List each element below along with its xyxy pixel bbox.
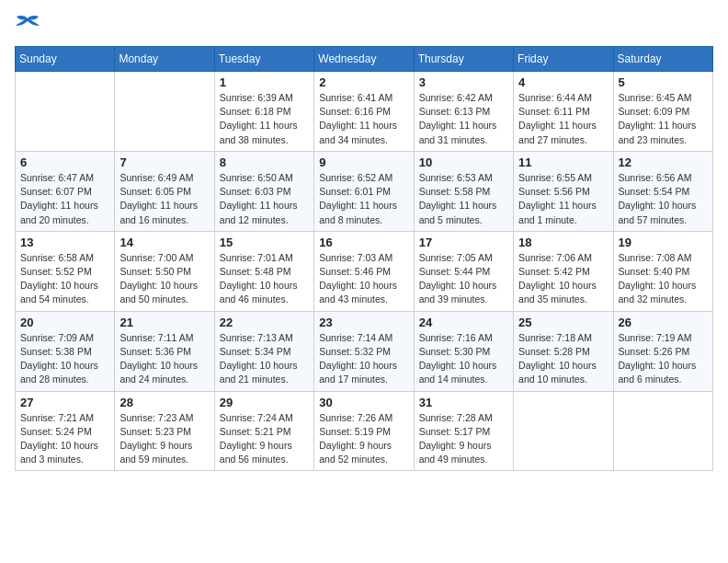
day-info: Sunrise: 7:19 AM Sunset: 5:26 PM Dayligh…: [619, 331, 708, 387]
day-info: Sunrise: 7:03 AM Sunset: 5:46 PM Dayligh…: [319, 251, 408, 307]
calendar-cell: 12Sunrise: 6:56 AM Sunset: 5:54 PM Dayli…: [613, 151, 712, 231]
calendar-cell: [613, 391, 712, 471]
calendar-cell: 22Sunrise: 7:13 AM Sunset: 5:34 PM Dayli…: [214, 311, 313, 391]
calendar-week-row: 27Sunrise: 7:21 AM Sunset: 5:24 PM Dayli…: [16, 391, 713, 471]
calendar-cell: 5Sunrise: 6:45 AM Sunset: 6:09 PM Daylig…: [613, 72, 712, 152]
day-info: Sunrise: 6:50 AM Sunset: 6:03 PM Dayligh…: [220, 171, 309, 227]
day-number: 14: [119, 236, 209, 249]
calendar-cell: [16, 72, 115, 152]
day-number: 8: [220, 155, 309, 169]
calendar-cell: 23Sunrise: 7:14 AM Sunset: 5:32 PM Dayli…: [314, 311, 414, 391]
calendar-cell: 15Sunrise: 7:01 AM Sunset: 5:48 PM Dayli…: [214, 231, 313, 311]
day-info: Sunrise: 7:13 AM Sunset: 5:34 PM Dayligh…: [220, 331, 309, 387]
calendar-cell: 24Sunrise: 7:16 AM Sunset: 5:30 PM Dayli…: [414, 311, 513, 391]
calendar-cell: [514, 391, 613, 471]
day-number: 30: [319, 396, 408, 409]
day-number: 31: [419, 396, 508, 409]
day-info: Sunrise: 7:23 AM Sunset: 5:23 PM Dayligh…: [119, 411, 209, 467]
calendar-cell: 16Sunrise: 7:03 AM Sunset: 5:46 PM Dayli…: [314, 231, 414, 311]
day-info: Sunrise: 6:42 AM Sunset: 6:13 PM Dayligh…: [419, 91, 508, 147]
day-number: 21: [119, 316, 209, 329]
calendar-cell: 9Sunrise: 6:52 AM Sunset: 6:01 PM Daylig…: [314, 151, 414, 231]
day-number: 29: [220, 396, 309, 409]
calendar-cell: 13Sunrise: 6:58 AM Sunset: 5:52 PM Dayli…: [16, 231, 115, 311]
day-info: Sunrise: 7:06 AM Sunset: 5:42 PM Dayligh…: [518, 251, 608, 307]
day-info: Sunrise: 7:01 AM Sunset: 5:48 PM Dayligh…: [220, 251, 309, 307]
day-number: 12: [619, 155, 708, 169]
day-number: 24: [419, 316, 508, 329]
day-number: 1: [220, 75, 309, 89]
calendar-day-header: Tuesday: [214, 47, 313, 72]
calendar-week-row: 20Sunrise: 7:09 AM Sunset: 5:38 PM Dayli…: [16, 311, 713, 391]
day-info: Sunrise: 7:21 AM Sunset: 5:24 PM Dayligh…: [20, 411, 109, 467]
logo: [15, 15, 44, 35]
calendar-cell: 3Sunrise: 6:42 AM Sunset: 6:13 PM Daylig…: [414, 72, 513, 152]
day-number: 7: [119, 155, 209, 169]
day-info: Sunrise: 7:28 AM Sunset: 5:17 PM Dayligh…: [419, 411, 508, 467]
calendar-week-row: 13Sunrise: 6:58 AM Sunset: 5:52 PM Dayli…: [16, 231, 713, 311]
day-number: 16: [319, 236, 408, 249]
day-info: Sunrise: 7:00 AM Sunset: 5:50 PM Dayligh…: [119, 251, 209, 307]
calendar-cell: 10Sunrise: 6:53 AM Sunset: 5:58 PM Dayli…: [414, 151, 513, 231]
day-info: Sunrise: 6:55 AM Sunset: 5:56 PM Dayligh…: [518, 171, 608, 227]
day-number: 28: [119, 396, 209, 409]
calendar-cell: 20Sunrise: 7:09 AM Sunset: 5:38 PM Dayli…: [16, 311, 115, 391]
day-info: Sunrise: 7:11 AM Sunset: 5:36 PM Dayligh…: [119, 331, 209, 387]
calendar-day-header: Thursday: [414, 47, 513, 72]
calendar-cell: 25Sunrise: 7:18 AM Sunset: 5:28 PM Dayli…: [514, 311, 613, 391]
calendar-cell: 29Sunrise: 7:24 AM Sunset: 5:21 PM Dayli…: [214, 391, 313, 471]
day-number: 20: [20, 316, 109, 329]
day-number: 6: [20, 155, 109, 169]
calendar-cell: 1Sunrise: 6:39 AM Sunset: 6:18 PM Daylig…: [214, 72, 313, 152]
calendar-cell: 2Sunrise: 6:41 AM Sunset: 6:16 PM Daylig…: [314, 72, 414, 152]
day-number: 18: [518, 236, 608, 249]
calendar-week-row: 6Sunrise: 6:47 AM Sunset: 6:07 PM Daylig…: [16, 151, 713, 231]
day-info: Sunrise: 7:24 AM Sunset: 5:21 PM Dayligh…: [220, 411, 309, 467]
calendar-cell: 30Sunrise: 7:26 AM Sunset: 5:19 PM Dayli…: [314, 391, 414, 471]
day-number: 19: [619, 236, 708, 249]
day-info: Sunrise: 6:49 AM Sunset: 6:05 PM Dayligh…: [119, 171, 209, 227]
calendar-cell: 14Sunrise: 7:00 AM Sunset: 5:50 PM Dayli…: [115, 231, 214, 311]
calendar-cell: 6Sunrise: 6:47 AM Sunset: 6:07 PM Daylig…: [16, 151, 115, 231]
calendar-cell: 19Sunrise: 7:08 AM Sunset: 5:40 PM Dayli…: [613, 231, 712, 311]
calendar-day-header: Wednesday: [314, 47, 414, 72]
day-info: Sunrise: 7:05 AM Sunset: 5:44 PM Dayligh…: [419, 251, 508, 307]
day-info: Sunrise: 7:14 AM Sunset: 5:32 PM Dayligh…: [319, 331, 408, 387]
logo-bird-icon: [15, 15, 40, 35]
day-number: 4: [518, 75, 608, 89]
day-info: Sunrise: 6:41 AM Sunset: 6:16 PM Dayligh…: [319, 91, 408, 147]
day-number: 26: [619, 316, 708, 329]
day-number: 2: [319, 75, 408, 89]
calendar-cell: 26Sunrise: 7:19 AM Sunset: 5:26 PM Dayli…: [613, 311, 712, 391]
day-info: Sunrise: 7:16 AM Sunset: 5:30 PM Dayligh…: [419, 331, 508, 387]
day-info: Sunrise: 7:09 AM Sunset: 5:38 PM Dayligh…: [20, 331, 109, 387]
day-number: 25: [518, 316, 608, 329]
day-info: Sunrise: 7:26 AM Sunset: 5:19 PM Dayligh…: [319, 411, 408, 467]
day-number: 9: [319, 155, 408, 169]
calendar-day-header: Friday: [514, 47, 613, 72]
day-info: Sunrise: 6:44 AM Sunset: 6:11 PM Dayligh…: [518, 91, 608, 147]
day-number: 27: [20, 396, 109, 409]
calendar-cell: 31Sunrise: 7:28 AM Sunset: 5:17 PM Dayli…: [414, 391, 513, 471]
calendar-cell: 18Sunrise: 7:06 AM Sunset: 5:42 PM Dayli…: [514, 231, 613, 311]
day-info: Sunrise: 6:56 AM Sunset: 5:54 PM Dayligh…: [619, 171, 708, 227]
day-info: Sunrise: 7:18 AM Sunset: 5:28 PM Dayligh…: [518, 331, 608, 387]
calendar-day-header: Monday: [115, 47, 214, 72]
day-number: 3: [419, 75, 508, 89]
calendar-cell: 7Sunrise: 6:49 AM Sunset: 6:05 PM Daylig…: [115, 151, 214, 231]
day-info: Sunrise: 6:39 AM Sunset: 6:18 PM Dayligh…: [220, 91, 309, 147]
calendar-week-row: 1Sunrise: 6:39 AM Sunset: 6:18 PM Daylig…: [16, 72, 713, 152]
day-number: 11: [518, 155, 608, 169]
day-info: Sunrise: 6:58 AM Sunset: 5:52 PM Dayligh…: [20, 251, 109, 307]
day-number: 17: [419, 236, 508, 249]
calendar-day-header: Sunday: [16, 47, 115, 72]
day-number: 23: [319, 316, 408, 329]
calendar-table: SundayMondayTuesdayWednesdayThursdayFrid…: [15, 46, 713, 471]
calendar-cell: [115, 72, 214, 152]
day-info: Sunrise: 6:53 AM Sunset: 5:58 PM Dayligh…: [419, 171, 508, 227]
day-number: 5: [619, 75, 708, 89]
calendar-cell: 27Sunrise: 7:21 AM Sunset: 5:24 PM Dayli…: [16, 391, 115, 471]
calendar-cell: 4Sunrise: 6:44 AM Sunset: 6:11 PM Daylig…: [514, 72, 613, 152]
day-info: Sunrise: 7:08 AM Sunset: 5:40 PM Dayligh…: [619, 251, 708, 307]
calendar-cell: 17Sunrise: 7:05 AM Sunset: 5:44 PM Dayli…: [414, 231, 513, 311]
